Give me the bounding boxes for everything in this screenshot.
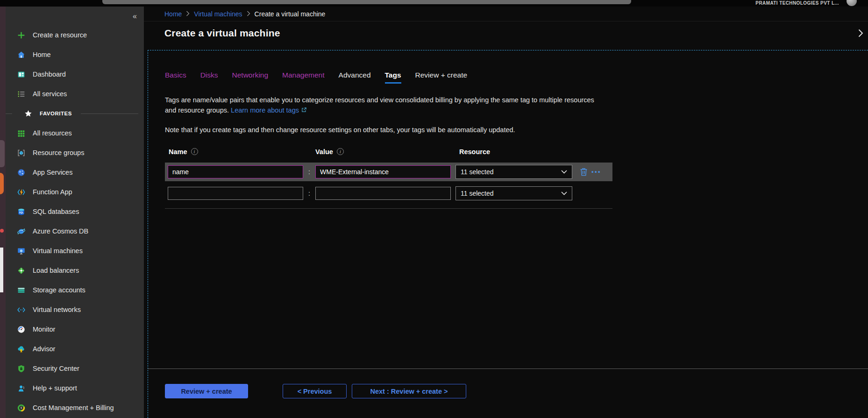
azure-portal-screen: PRAMATI TECHNOLOGIES PVT L... « Create a…: [0, 0, 868, 418]
tag-row: : 11 selected: [165, 184, 612, 203]
chevron-down-icon: [561, 191, 567, 195]
dock-orange-fragment: [0, 173, 4, 194]
plus-icon: [17, 31, 26, 40]
sql-database-icon: SQL: [17, 207, 26, 216]
svg-text:$: $: [21, 406, 22, 409]
content-spacer: [165, 209, 868, 368]
sidebar-item-virtual-networks[interactable]: Virtual networks: [6, 300, 144, 319]
star-icon: [24, 109, 33, 118]
grid-icon: [17, 129, 26, 138]
sidebar: « Create a resource Home Dashboard All s…: [6, 7, 144, 418]
dock-red-dot: [0, 229, 4, 233]
cost-donut-icon: $: [17, 404, 26, 412]
sidebar-item-storage-accounts[interactable]: Storage accounts: [6, 280, 144, 300]
tab-basics[interactable]: Basics: [165, 71, 186, 84]
sidebar-item-cost-management-billing[interactable]: $ Cost Management + Billing: [6, 398, 144, 418]
load-balancer-icon: [17, 266, 26, 275]
breadcrumb-current: Create a virtual machine: [255, 10, 326, 18]
breadcrumb-home[interactable]: Home: [164, 10, 182, 18]
tags-description: Tags are name/value pairs that enable yo…: [165, 95, 602, 116]
resource-groups-icon: [17, 149, 26, 157]
sidebar-item-all-services[interactable]: All services: [6, 84, 144, 104]
sidebar-item-app-services[interactable]: App Services: [6, 163, 144, 182]
more-options-icon[interactable]: •••: [591, 168, 601, 175]
wizard-tabs: Basics Disks Networking Management Advan…: [165, 71, 868, 84]
tags-tab-content: Basics Disks Networking Management Advan…: [148, 50, 868, 418]
breadcrumb: Home Virtual machines Create a virtual m…: [144, 7, 868, 21]
page-title: Create a virtual machine: [164, 28, 280, 39]
review-create-button[interactable]: Review + create: [165, 384, 248, 398]
info-icon[interactable]: i: [337, 148, 344, 155]
advisor-cloud-icon: [17, 345, 26, 354]
colon-separator: :: [303, 168, 315, 176]
tag-row: : 11 selected •••: [165, 163, 612, 181]
os-dock-sliver: [0, 7, 6, 418]
sidebar-item-security-center[interactable]: Security Center: [6, 359, 144, 378]
tab-review-create[interactable]: Review + create: [415, 71, 468, 84]
resource-dropdown[interactable]: 11 selected: [455, 186, 572, 200]
user-avatar[interactable]: [847, 0, 857, 6]
column-header-value: Value i: [315, 148, 459, 156]
sidebar-section-favorites: FAVORITES: [6, 104, 144, 123]
sidebar-item-create-a-resource[interactable]: Create a resource: [6, 25, 144, 45]
browser-top-strip: PRAMATI TECHNOLOGIES PVT L...: [0, 0, 868, 7]
virtual-machine-icon: [17, 247, 26, 255]
learn-more-link[interactable]: Learn more about tags: [231, 106, 307, 114]
chevron-right-icon: [247, 10, 250, 18]
next-button[interactable]: Next : Review + create >: [352, 384, 466, 398]
browser-urlbar-fragment[interactable]: [102, 0, 631, 4]
sidebar-item-home[interactable]: Home: [6, 45, 144, 64]
sidebar-item-function-app[interactable]: Function App: [6, 182, 144, 202]
column-header-name: Name i: [165, 148, 315, 156]
collapse-sidebar-button[interactable]: «: [133, 13, 137, 20]
colon-separator: :: [303, 190, 315, 197]
wizard-footer: Review + create < Previous Next : Review…: [165, 369, 868, 418]
sidebar-item-all-resources[interactable]: All resources: [6, 123, 144, 143]
resource-dropdown[interactable]: 11 selected: [455, 165, 572, 179]
column-header-resource: Resource: [459, 148, 612, 156]
sidebar-item-sql-databases[interactable]: SQL SQL databases: [6, 202, 144, 221]
svg-text:SQL: SQL: [19, 212, 24, 214]
tags-note: Note that if you create tags and then ch…: [165, 126, 868, 134]
expand-panel-chevron-icon[interactable]: [858, 29, 863, 37]
function-app-icon: [17, 188, 26, 197]
sidebar-item-load-balancers[interactable]: Load balancers: [6, 261, 144, 280]
cosmos-db-icon: [17, 227, 26, 236]
breadcrumb-virtual-machines[interactable]: Virtual machines: [194, 10, 242, 18]
tag-name-input[interactable]: [168, 187, 303, 200]
tenant-name: PRAMATI TECHNOLOGIES PVT L...: [755, 0, 839, 6]
tab-disks[interactable]: Disks: [200, 71, 218, 84]
sidebar-item-virtual-machines[interactable]: Virtual machines: [6, 241, 144, 261]
virtual-network-icon: [17, 305, 26, 314]
dock-white-bar: [0, 248, 3, 292]
previous-button[interactable]: < Previous: [283, 384, 347, 398]
chevron-right-icon: [186, 10, 190, 18]
monitor-gauge-icon: [17, 325, 26, 334]
dock-tile-fragment: [0, 140, 5, 167]
tab-tags[interactable]: Tags: [385, 71, 401, 84]
tags-table-header: Name i Value i Resource: [165, 147, 612, 157]
tag-name-input[interactable]: [168, 165, 303, 178]
sidebar-menu: Create a resource Home Dashboard All ser…: [6, 25, 144, 418]
dashboard-icon: [17, 70, 26, 79]
tab-networking[interactable]: Networking: [232, 71, 269, 84]
tag-value-input[interactable]: [315, 187, 451, 200]
chevron-down-icon: [561, 170, 567, 174]
sidebar-item-help-support[interactable]: Help + support: [6, 378, 144, 398]
storage-icon: [17, 286, 26, 295]
sidebar-item-dashboard[interactable]: Dashboard: [6, 64, 144, 84]
sidebar-item-monitor[interactable]: Monitor: [6, 319, 144, 339]
sidebar-item-resource-groups[interactable]: Resource groups: [6, 143, 144, 163]
tab-management[interactable]: Management: [282, 71, 324, 84]
sidebar-item-azure-cosmos-db[interactable]: Azure Cosmos DB: [6, 221, 144, 241]
tag-value-input[interactable]: [315, 165, 451, 178]
all-services-icon: [17, 90, 26, 99]
tags-table: Name i Value i Resource :: [165, 147, 612, 209]
main-panel: Home Virtual machines Create a virtual m…: [144, 7, 868, 418]
sidebar-item-advisor[interactable]: Advisor: [6, 339, 144, 359]
delete-tag-icon[interactable]: [580, 168, 588, 176]
security-shield-icon: [17, 364, 26, 373]
info-icon[interactable]: i: [191, 148, 198, 155]
tab-advanced[interactable]: Advanced: [339, 71, 371, 84]
help-person-icon: [17, 384, 26, 393]
